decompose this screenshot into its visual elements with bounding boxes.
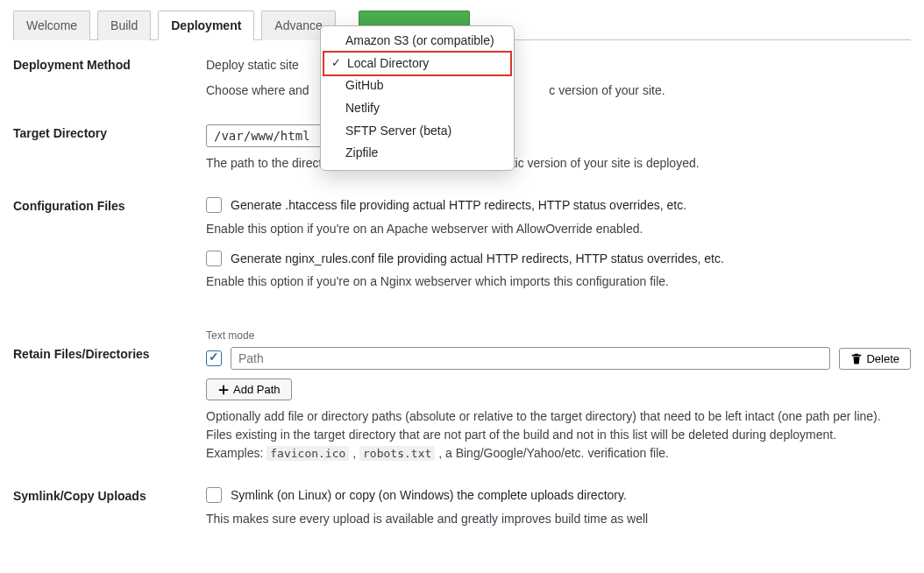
add-path-button[interactable]: Add Path [206, 378, 292, 400]
dropdown-item-github[interactable]: GitHub [321, 74, 514, 97]
help-pre: Choose where and [206, 83, 312, 97]
symlink-help: This makes sure every upload is availabl… [206, 510, 911, 528]
deployment-method-help: Choose where and xxxxxxxxxxxxxxxxxxxxxxx… [206, 81, 911, 100]
deployment-method-text: Deploy static site [206, 56, 911, 74]
retain-row-checkbox[interactable] [206, 350, 222, 366]
add-path-label: Add Path [233, 383, 281, 396]
tab-deployment[interactable]: Deployment [158, 11, 254, 40]
tab-build[interactable]: Build [97, 11, 151, 40]
configuration-files-label: Configuration Files [13, 197, 206, 213]
help-post: c version of your site. [549, 83, 665, 97]
nginx-checkbox[interactable] [206, 251, 222, 266]
dropdown-item-zipfile[interactable]: Zipfile [321, 142, 514, 165]
retain-help2: Files existing in the target directory t… [206, 426, 911, 444]
plus-icon [217, 384, 230, 396]
symlink-checkbox-label: Symlink (on Linux) or copy (on Windows) … [231, 487, 627, 505]
dropdown-item-sftp[interactable]: SFTP Server (beta) [321, 120, 514, 143]
retain-label: Retain Files/Directories [13, 328, 206, 361]
target-directory-help: The path to the directory on the filesys… [206, 154, 911, 173]
symlink-checkbox[interactable] [206, 487, 222, 503]
retain-help3: Examples: favicon.ico , robots.txt , a B… [206, 444, 911, 463]
retain-code2: robots.txt [359, 446, 435, 461]
deployment-method-dropdown: Amazon S3 (or compatible) Local Director… [320, 25, 515, 171]
nginx-label: Generate nginx_rules.conf file providing… [231, 251, 724, 268]
target-directory-label: Target Directory [13, 124, 206, 140]
symlink-label: Symlink/Copy Uploads [13, 487, 206, 503]
tab-welcome[interactable]: Welcome [13, 11, 90, 40]
htaccess-checkbox[interactable] [206, 197, 222, 213]
nginx-help: Enable this option if you're on a Nginx … [206, 272, 911, 291]
retain-code1: favicon.ico [267, 446, 349, 461]
retain-path-input[interactable] [231, 347, 830, 370]
htaccess-help: Enable this option if you're on an Apach… [206, 220, 911, 238]
dropdown-item-s3[interactable]: Amazon S3 (or compatible) [321, 30, 514, 53]
tabs-bar: Welcome Build Deployment Advance Amazon … [13, 11, 911, 40]
dropdown-item-netlify[interactable]: Netlify [321, 97, 514, 120]
dropdown-item-local-directory[interactable]: Local Directory [323, 51, 512, 77]
delete-label: Delete [866, 352, 899, 365]
retain-mode-label: Text mode [206, 328, 911, 343]
retain-sep: , [352, 446, 359, 460]
retain-help3-pre: Examples: [206, 446, 267, 460]
trash-icon [850, 352, 863, 364]
htaccess-label: Generate .htaccess file providing actual… [231, 197, 686, 215]
retain-help1: Optionally add file or directory paths (… [206, 407, 911, 426]
retain-help3-post: , a Bing/Google/Yahoo/etc. verification … [438, 446, 669, 460]
delete-path-button[interactable]: Delete [839, 348, 911, 370]
deployment-method-label: Deployment Method [13, 56, 206, 72]
